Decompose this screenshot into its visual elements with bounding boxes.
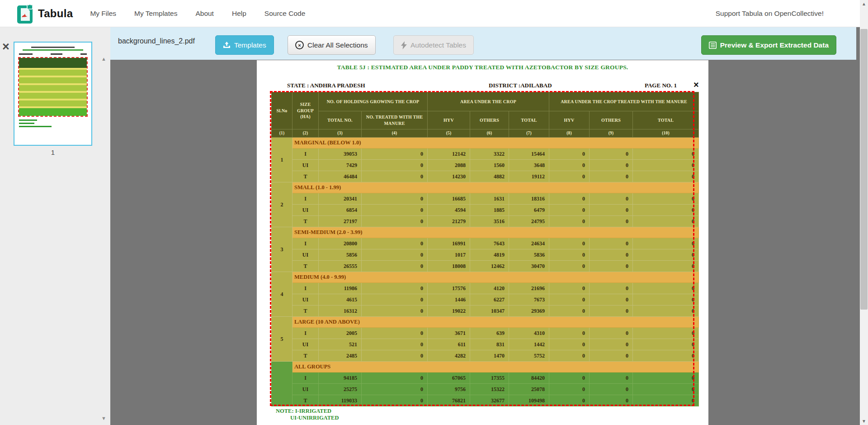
nav-about[interactable]: About: [195, 10, 214, 18]
thumb-table-selection: [18, 57, 88, 117]
sidebar-scroll-up-icon[interactable]: ▲: [101, 56, 106, 62]
thumb-subtitle-line: [23, 49, 83, 51]
nav-my-templates[interactable]: My Templates: [134, 10, 177, 18]
note-line: NOTE: I-IRRIGATED: [276, 408, 339, 415]
pdf-page-no-label: PAGE NO. 1: [645, 82, 677, 89]
remove-circle-icon: ×: [295, 41, 304, 49]
vertical-scrollbar: ▲ ▼: [860, 0, 868, 425]
tabula-logo-icon: [17, 4, 34, 24]
clear-all-selections-button[interactable]: × Clear All Selections: [288, 35, 376, 55]
sidebar: ▲ × 1 ▼: [0, 27, 110, 425]
table-list-icon: [709, 42, 717, 49]
selection-box[interactable]: [270, 91, 694, 406]
scrollbar-up-icon[interactable]: ▲: [860, 1, 868, 6]
main-area: background_lines_2.pdf Templates × Clear…: [110, 27, 860, 425]
file-name-label: background_lines_2.pdf: [118, 37, 195, 45]
thumb-note-line: [19, 123, 34, 124]
scrollbar-thumb[interactable]: [860, 29, 868, 310]
pdf-table-title: TABLE 5J : ESTIMATED AREA UNDER PADDY TR…: [257, 64, 708, 71]
page-thumbnail[interactable]: [14, 42, 92, 146]
page-number-label: 1: [14, 148, 92, 156]
thumb-meta-line: [14, 53, 91, 55]
note-line: UI-UNIRRIGATED: [290, 415, 339, 421]
thumb-note-line: [19, 119, 37, 121]
autodetect-tables-button[interactable]: Autodetect Tables: [393, 35, 474, 55]
support-link[interactable]: Support Tabula on OpenCollective!: [716, 10, 824, 18]
pdf-notes: NOTE: I-IRRIGATED UI-UNIRRIGATED: [276, 408, 339, 421]
nav-help[interactable]: Help: [232, 10, 246, 18]
scrollbar-down-icon[interactable]: ▼: [860, 419, 868, 424]
thumb-title-line: [31, 47, 75, 48]
pdf-district-label: DISTRICT :ADILABAD: [489, 82, 552, 89]
navbar: Tabula My Files My Templates About Help …: [0, 0, 860, 27]
pdf-page: TABLE 5J : ESTIMATED AREA UNDER PADDY TR…: [257, 60, 708, 425]
close-selection-button[interactable]: ×: [693, 80, 699, 89]
nav-links: My Files My Templates About Help Source …: [90, 10, 305, 18]
templates-button[interactable]: Templates: [215, 35, 274, 55]
thumb-note-line: [19, 126, 52, 127]
brand[interactable]: Tabula: [17, 4, 73, 24]
lightning-icon: [401, 41, 407, 49]
brand-name: Tabula: [38, 7, 73, 20]
pdf-state-label: STATE : ANDHRA PRADESH: [287, 82, 365, 89]
preview-export-button[interactable]: Preview & Export Extracted Data: [701, 35, 836, 55]
toolbar: background_lines_2.pdf Templates × Clear…: [110, 27, 856, 60]
nav-my-files[interactable]: My Files: [90, 10, 116, 18]
sidebar-scroll-down-icon[interactable]: ▼: [101, 415, 106, 421]
import-icon: [223, 42, 231, 49]
nav-source-code[interactable]: Source Code: [264, 10, 305, 18]
remove-page-button[interactable]: ×: [2, 41, 9, 53]
